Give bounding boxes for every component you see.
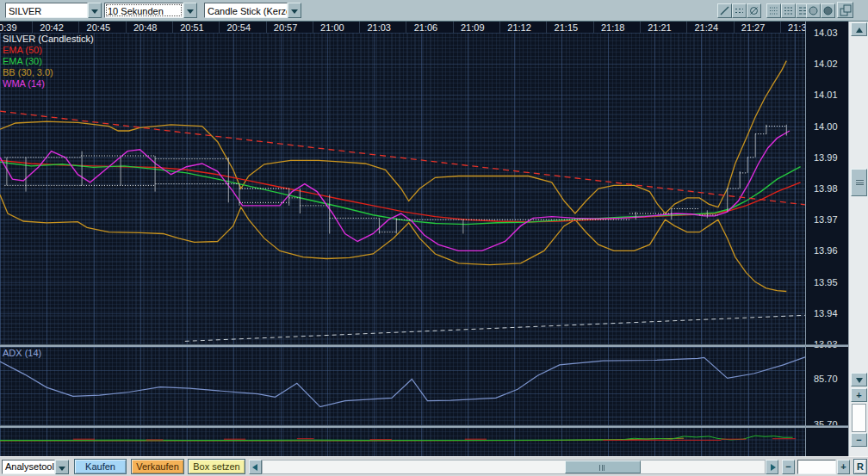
- indicator-green-line: [0, 436, 793, 440]
- symbol-select[interactable]: SILVER: [5, 3, 88, 18]
- legend-item: SILVER (Candlestick): [3, 34, 94, 45]
- dashed-rows-medium-icon: [783, 5, 794, 16]
- charttype-select[interactable]: Candle Stick (Kerze: [204, 3, 288, 18]
- time-tick: [126, 22, 127, 33]
- adx-axis-value: 85.70: [814, 374, 838, 384]
- panel-divider[interactable]: [0, 344, 848, 347]
- grid-style-fine-button[interactable]: [766, 3, 781, 18]
- price-label: 14.03: [814, 28, 838, 38]
- legend: SILVER (Candlestick)EMA (50)EMA (30)BB (…: [3, 34, 94, 90]
- cascade-windows-icon: [839, 3, 853, 18]
- time-label: 21:30: [788, 22, 805, 33]
- price-label: 13.96: [814, 245, 838, 256]
- time-label: 20:45: [87, 22, 111, 33]
- time-tick: [593, 22, 594, 33]
- bottom-toolbar: Analysetool Kaufen Verkaufen Box setzen …: [0, 456, 868, 476]
- fill-dark-button[interactable]: [821, 3, 835, 18]
- reset-button[interactable]: R: [853, 459, 867, 474]
- range-display-box: [797, 460, 836, 474]
- time-tick: [453, 22, 454, 33]
- scroll-down-button[interactable]: [851, 373, 867, 386]
- time-tick: [32, 22, 33, 33]
- time-label: 21:12: [507, 22, 531, 33]
- time-tick: [313, 22, 313, 33]
- panel-divider[interactable]: [0, 425, 848, 428]
- time-label: 20:57: [274, 22, 298, 33]
- cascade-windows-button[interactable]: [837, 2, 853, 18]
- time-label: 21:00: [320, 22, 344, 33]
- toolbar: SILVER 10 Sekunden Candle Stick (Kerze: [0, 0, 868, 22]
- price-label: 13.99: [814, 152, 838, 163]
- main-chart-panel[interactable]: SILVER (Candlestick)EMA (50)EMA (30)BB (…: [0, 33, 805, 344]
- vertical-scrollbar[interactable]: + −: [848, 22, 868, 456]
- symbol-select-arrow[interactable]: [88, 3, 102, 18]
- hscroll-left-button[interactable]: [249, 460, 262, 474]
- time-tick: [359, 22, 360, 33]
- time-tick: [266, 22, 267, 33]
- time-label: 20:51: [180, 22, 204, 33]
- zoom-in-button[interactable]: +: [851, 388, 867, 402]
- price-label: 13.98: [814, 183, 838, 194]
- scroll-up-button[interactable]: [851, 22, 867, 36]
- time-tick: [499, 22, 500, 33]
- price-label: 13.95: [814, 277, 838, 287]
- grid-style-medium-button[interactable]: [781, 3, 796, 18]
- price-label: 13.97: [814, 214, 838, 225]
- zoom-slider-track[interactable]: [852, 404, 866, 432]
- legend-item: EMA (30): [3, 56, 94, 67]
- main-chart-canvas: [0, 33, 805, 344]
- zoom-out-button[interactable]: −: [851, 433, 867, 447]
- verkaufen-button[interactable]: Verkaufen: [131, 459, 184, 474]
- interval-select[interactable]: 10 Sekunden: [104, 3, 183, 18]
- dashed-rows-fine-icon: [768, 5, 779, 16]
- time-label: 21:15: [555, 22, 579, 33]
- dashed-line-icon: [734, 5, 745, 16]
- filled-circle-icon: [822, 5, 834, 16]
- trendline-ascending-support[interactable]: [185, 315, 805, 341]
- diagonal-line-icon: [719, 5, 730, 16]
- time-axis[interactable]: 20:3920:4220:4520:4820:5120:5420:5721:00…: [0, 22, 805, 33]
- slashed-circle-icon: [748, 5, 760, 16]
- time-tick: [780, 22, 781, 33]
- price-axis[interactable]: 85.70 35.70 14.29 14.0314.0214.0114.0013…: [806, 22, 848, 456]
- hzoom-in-button[interactable]: +: [837, 460, 850, 474]
- horizontal-scrollbar[interactable]: [262, 460, 766, 474]
- time-tick: [406, 22, 406, 33]
- arrow-up-icon: [856, 28, 863, 33]
- analysetool-select-arrow[interactable]: [55, 460, 69, 474]
- series-ema-50: [0, 160, 801, 221]
- chevron-down-icon: [91, 9, 98, 14]
- dashed-line-tool-button[interactable]: [732, 3, 747, 18]
- time-label: 20:54: [227, 22, 251, 33]
- time-label: 21:09: [461, 22, 485, 33]
- adx-panel[interactable]: ADX (14): [0, 347, 805, 425]
- chevron-down-icon: [291, 9, 298, 14]
- hscroll-right-button[interactable]: [766, 460, 778, 474]
- lower-indicator-canvas: [0, 428, 805, 456]
- arrow-down-icon: [856, 378, 863, 383]
- adx-label: ADX (14): [3, 348, 41, 358]
- thumb-grip-icon: [599, 465, 604, 471]
- box-setzen-button[interactable]: Box setzen: [188, 459, 245, 474]
- legend-item: WMA (14): [3, 78, 94, 90]
- analysetool-select[interactable]: Analysetool: [2, 460, 55, 474]
- trading-chart-window: SILVER 10 Sekunden Candle Stick (Kerze 2…: [0, 0, 868, 476]
- vertical-scrollbar-thumb[interactable]: [851, 169, 867, 196]
- horizontal-scrollbar-thumb[interactable]: [565, 461, 641, 473]
- axis-divider: [805, 22, 806, 456]
- charttype-select-arrow[interactable]: [288, 3, 301, 18]
- time-tick: [734, 22, 735, 33]
- clear-drawings-button[interactable]: [747, 3, 761, 18]
- series-ema-30: [0, 162, 801, 224]
- hzoom-out-button[interactable]: −: [782, 460, 795, 474]
- fill-light-button[interactable]: [806, 3, 821, 18]
- interval-select-arrow[interactable]: [183, 3, 197, 18]
- time-label: 20:48: [133, 22, 158, 33]
- lower-indicator-panel[interactable]: [0, 428, 805, 456]
- adx-canvas: [0, 347, 805, 425]
- trendline-tool-button[interactable]: [717, 3, 732, 18]
- time-tick: [78, 22, 79, 33]
- adx-axis-value: 35.70: [814, 419, 838, 430]
- kaufen-button[interactable]: Kaufen: [74, 459, 127, 474]
- time-label: 21:06: [414, 22, 438, 33]
